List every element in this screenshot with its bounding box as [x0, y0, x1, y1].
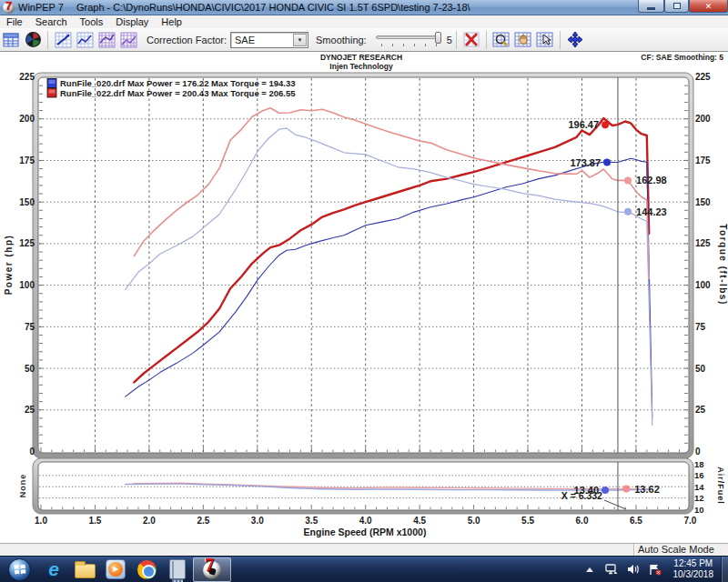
smoothing-slider[interactable] [376, 32, 441, 48]
blue-af-value-dot [602, 487, 609, 494]
af-tick-label: 18 [694, 459, 704, 469]
menu-file[interactable]: File [0, 15, 29, 28]
winpep-app-icon: 7 [3, 2, 15, 14]
torque-tick-label: 125 [695, 238, 711, 248]
rpm-tick-label: 2.0 [143, 516, 156, 526]
power-tick-label: 50 [25, 364, 35, 374]
restore-icon [673, 3, 681, 9]
torque-tick-label: 75 [695, 322, 706, 332]
taskbar-item-internet-explorer[interactable]: e [38, 557, 69, 582]
graph-multi-icon[interactable] [118, 30, 138, 50]
rpm-tick-label: 4.0 [359, 516, 372, 526]
power-tick-label: 225 [19, 72, 35, 82]
af-tick-label: 10 [694, 505, 704, 515]
power-axis-title: Power (hp) [4, 235, 14, 296]
pan-graph-icon[interactable] [513, 30, 533, 50]
menu-search[interactable]: Search [29, 15, 74, 28]
pick-graph-icon[interactable] [535, 30, 555, 50]
delete-run-icon[interactable] [461, 30, 481, 50]
af-tick-label: 14 [694, 482, 704, 492]
rpm-tick-label: 5.5 [521, 516, 534, 526]
start-button[interactable] [8, 558, 31, 581]
graph-overlay-icon[interactable] [96, 30, 116, 50]
winpep-window: 7 WinPEP 7 Graph - C:\DynoRuns\HONDA\CIV… [0, 0, 728, 582]
rpm-tick-label: 2.5 [197, 516, 209, 526]
internet-explorer-icon: e [48, 560, 59, 578]
color-wheel-icon[interactable] [23, 30, 43, 50]
minimize-button[interactable] [638, 0, 664, 13]
rpm-tick-label: 3.5 [305, 516, 318, 526]
smoothing-label: Smoothing: [316, 35, 367, 45]
toolbar-separator [560, 31, 561, 49]
folder-icon [75, 564, 96, 578]
network-icon[interactable] [605, 564, 618, 575]
volume-icon[interactable] [627, 564, 640, 575]
chrome-icon [137, 560, 157, 579]
taskbar-item-media-player[interactable]: ▶ [100, 557, 131, 582]
power-tick-label: 125 [19, 238, 35, 248]
blue-power-value-dot [603, 159, 611, 166]
menu-tools[interactable]: Tools [74, 15, 110, 28]
scale-mode-status: Auto Scale Mode [633, 544, 728, 557]
red-af-value-label: 13.62 [634, 484, 660, 495]
torque-tick-label: 50 [695, 364, 706, 374]
slider-track[interactable] [376, 35, 441, 39]
winpep-taskbar-icon: 7 [201, 558, 223, 580]
rpm-tick-label: 6.0 [576, 516, 589, 526]
power-tick-label: 75 [25, 322, 35, 332]
torque-tick-label: 0 [695, 447, 701, 457]
show-desktop-button[interactable] [721, 557, 728, 582]
move-axes-icon[interactable] [565, 30, 585, 50]
taskbar-item-winpep-active[interactable]: 7 [193, 557, 231, 582]
graph-line-icon[interactable] [75, 30, 95, 50]
taskbar-item-calculator[interactable] [162, 557, 193, 582]
graph-client-area: DYNOJET RESEARCHInjen TechnologyCF: SAE … [0, 52, 728, 543]
smoothing-value: 5 [447, 35, 452, 45]
red-torque-value-label: 162.98 [636, 175, 667, 186]
rpm-tick-label: 5.0 [468, 516, 480, 526]
tray-expand-icon[interactable] [586, 567, 593, 572]
chevron-down-icon[interactable]: ▼ [293, 34, 307, 46]
toolbar-separator [456, 31, 457, 49]
correction-factor-select[interactable]: SAE ▼ [230, 32, 308, 48]
torque-tick-label: 100 [695, 280, 711, 290]
clock-time: 12:45 PM [673, 558, 714, 570]
title-bar[interactable]: 7 WinPEP 7 Graph - C:\DynoRuns\HONDA\CIV… [0, 0, 728, 15]
close-button[interactable]: ✕ [689, 0, 728, 13]
clock-date: 10/3/2018 [673, 569, 714, 581]
zoom-graph-icon[interactable] [491, 30, 511, 50]
toolbar-separator [486, 31, 487, 49]
chart-brand: DYNOJET RESEARCH [320, 53, 402, 62]
torque-tick-label: 225 [695, 72, 711, 82]
runs-grid-icon[interactable] [1, 30, 21, 50]
chart-subbrand: Injen Technology [329, 62, 393, 71]
torque-tick-label: 25 [695, 405, 706, 415]
document-title: Graph - C:\DynoRuns\HONDA\CIVIC\2017 HON… [76, 2, 470, 13]
slider-thumb[interactable] [435, 32, 441, 44]
dyno-chart[interactable]: DYNOJET RESEARCHInjen TechnologyCF: SAE … [0, 52, 728, 543]
graph-power-icon[interactable] [53, 30, 73, 50]
toolbar-separator [47, 31, 48, 49]
menu-display[interactable]: Display [109, 15, 155, 28]
menu-help[interactable]: Help [155, 15, 188, 28]
action-center-flag-icon[interactable] [649, 564, 662, 576]
af-left-title: None [18, 474, 27, 498]
power-tick-label: 25 [25, 405, 35, 415]
cursor-x-label: X = 6.332 [561, 490, 602, 501]
rpm-tick-label: 4.5 [413, 516, 426, 526]
correction-factor-label: Correction Factor: [147, 35, 227, 45]
red-af-value-dot [622, 486, 630, 493]
status-bar: Auto Scale Mode [0, 543, 728, 556]
rpm-tick-label: 3.0 [251, 516, 264, 526]
af-tick-label: 16 [694, 470, 704, 480]
taskbar-item-chrome[interactable] [131, 557, 162, 582]
maximize-button[interactable] [664, 0, 689, 13]
rpm-tick-label: 1.0 [35, 516, 47, 526]
power-tick-label: 200 [19, 114, 35, 124]
taskbar-clock[interactable]: 12:45 PM 10/3/2018 [673, 558, 714, 581]
taskbar-item-file-explorer[interactable] [69, 557, 100, 582]
blue-torque-value-dot [624, 208, 632, 216]
torque-axis-title: Torque (ft-lbs) [718, 224, 728, 306]
system-tray: 12:45 PM 10/3/2018 [579, 557, 728, 582]
menu-bar: File Search Tools Display Help [0, 15, 728, 28]
